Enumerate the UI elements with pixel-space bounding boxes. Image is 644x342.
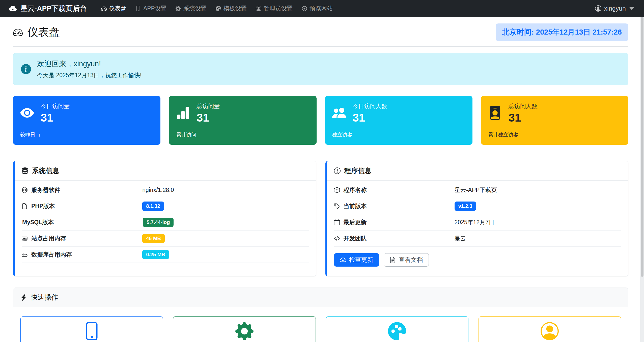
user-menu[interactable]: xingyun xyxy=(595,5,635,12)
info-label: 服务器软件 xyxy=(22,186,142,194)
info-label-text: 程序名称 xyxy=(344,186,367,194)
brand-label: 星云-APP下载页后台 xyxy=(20,4,87,13)
eye-icon xyxy=(20,106,34,120)
stat-value: 31 xyxy=(353,112,387,123)
nav-item-admin-settings[interactable]: 管理员设置 xyxy=(253,2,296,15)
info-label: PHP版本 xyxy=(22,202,142,210)
info-row-dev-team: 开发团队 星云 xyxy=(334,231,621,247)
view-docs-button[interactable]: 查看文档 xyxy=(384,253,429,267)
stat-card-text: 今日访问量 31 xyxy=(41,102,70,123)
nav-label: 预览网站 xyxy=(310,5,333,12)
info-row-mysql-version: MySQL版本 5.7.44-log xyxy=(22,214,309,231)
user-name: xingyun xyxy=(604,5,626,12)
stat-value: 31 xyxy=(509,112,538,123)
info-label: 最后更新 xyxy=(334,218,455,226)
quick-card-admin-settings[interactable]: 管理员设置 xyxy=(479,316,621,342)
welcome-message: 今天是 2025年12月13日，祝您工作愉快! xyxy=(37,71,142,79)
person-badge-icon xyxy=(488,106,502,120)
info-circle-fill-icon xyxy=(21,64,31,74)
welcome-heading: 欢迎回来，xingyun! xyxy=(37,59,142,69)
info-value: 星云 xyxy=(455,235,466,242)
quick-actions-title: 快速操作 xyxy=(31,293,58,302)
quick-card-template-settings[interactable]: 模板设置 xyxy=(326,316,468,342)
system-info-body: 服务器软件 nginx/1.28.0 PHP版本 8.1.32 MySQL版本 … xyxy=(15,181,316,269)
info-row-db-memory: 数据库占用内存 0.25 MB xyxy=(22,247,309,263)
program-info-body: 程序名称 星云-APP下载页 当前版本 v1.2.3 最后更新 xyxy=(327,181,628,273)
info-panels-row: 系统信息 服务器软件 nginx/1.28.0 PHP版本 8.1.32 xyxy=(13,161,628,276)
version-badge: v1.2.3 xyxy=(455,202,476,211)
quick-card-system-settings[interactable]: 系统设置 xyxy=(173,316,316,342)
cpu-icon xyxy=(22,187,27,193)
palette-icon xyxy=(216,6,221,11)
stat-card-today-visitors: 今日访问人数 31 独立访客 xyxy=(325,96,472,145)
program-info-panel: 程序信息 程序名称 星云-APP下载页 当前版本 v1.2.3 xyxy=(325,161,629,276)
info-label-text: 站点占用内存 xyxy=(31,235,66,242)
scrollbar-thumb[interactable] xyxy=(641,17,643,277)
check-update-button[interactable]: 检查更新 xyxy=(334,253,379,267)
panel-title: 系统信息 xyxy=(32,166,59,175)
info-label-text: 最后更新 xyxy=(344,218,367,226)
stat-card-text: 总访问量 31 xyxy=(197,102,220,123)
php-file-icon xyxy=(22,203,27,209)
calendar-icon xyxy=(334,219,340,225)
people-icon xyxy=(332,106,346,120)
file-text-icon xyxy=(389,257,396,263)
db-memory-badge: 0.25 MB xyxy=(142,250,169,259)
vertical-scrollbar[interactable] xyxy=(640,17,644,342)
mysql-version-badge: 5.7.44-log xyxy=(143,218,174,227)
hdd-icon xyxy=(22,252,27,258)
nav-label: 仪表盘 xyxy=(109,5,126,12)
info-value: 8.1.32 xyxy=(142,202,164,211)
cloud-download-icon xyxy=(340,257,346,263)
info-label-text: 开发团队 xyxy=(344,235,367,242)
stat-card-today-views: 今日访问量 31 较昨日: ↑ xyxy=(13,96,160,145)
stat-card-total-views: 总访问量 31 累计访问 xyxy=(169,96,316,145)
stat-card-top: 总访问人数 31 xyxy=(488,102,621,123)
nav-item-template-settings[interactable]: 模板设置 xyxy=(212,2,250,15)
info-row-last-update: 最后更新 2025年12月7日 xyxy=(334,214,621,231)
stat-card-top: 总访问量 31 xyxy=(176,102,309,123)
person-circle-icon xyxy=(595,5,601,12)
info-row-php-version: PHP版本 8.1.32 xyxy=(22,198,309,214)
app-brand[interactable]: 星云-APP下载页后台 xyxy=(9,4,87,13)
stat-value: 31 xyxy=(41,112,70,123)
stat-footer: 较昨日: ↑ xyxy=(20,131,153,138)
nav-item-preview-site[interactable]: 预览网站 xyxy=(298,2,336,15)
stat-title: 今日访问人数 xyxy=(353,102,387,110)
top-navbar: 星云-APP下载页后台 仪表盘 APP设置 系统设置 模板设置 管理员设置 预览… xyxy=(0,0,644,17)
main-content: 仪表盘 北京时间: 2025年12月13日 21:57:26 欢迎回来，xing… xyxy=(13,23,628,342)
nav-item-system-settings[interactable]: 系统设置 xyxy=(172,2,210,15)
stat-footer: 累计独立访客 xyxy=(488,131,621,138)
nav-item-app-settings[interactable]: APP设置 xyxy=(132,2,170,15)
page-header: 仪表盘 北京时间: 2025年12月13日 21:57:26 xyxy=(13,23,628,41)
nav-item-dashboard[interactable]: 仪表盘 xyxy=(98,2,130,15)
nav-label: APP设置 xyxy=(143,5,166,12)
caret-down-icon xyxy=(629,5,635,12)
stat-cards-row: 今日访问量 31 较昨日: ↑ 总访问量 31 累计访问 今日访问人数 xyxy=(13,96,628,145)
person-circle-icon xyxy=(256,6,261,11)
main-nav: 仪表盘 APP设置 系统设置 模板设置 管理员设置 预览网站 xyxy=(98,2,595,15)
cloud-download-icon xyxy=(9,5,17,12)
info-row-current-version: 当前版本 v1.2.3 xyxy=(334,198,621,214)
info-label: 数据库占用内存 xyxy=(22,251,142,259)
info-label: 当前版本 xyxy=(334,202,455,210)
info-label-text: MySQL版本 xyxy=(22,218,54,226)
phone-icon xyxy=(83,322,101,340)
panel-title: 程序信息 xyxy=(344,166,372,175)
speedometer-icon xyxy=(101,6,107,11)
gear-icon xyxy=(235,322,254,340)
info-value: nginx/1.28.0 xyxy=(142,187,174,193)
welcome-alert: 欢迎回来，xingyun! 今天是 2025年12月13日，祝您工作愉快! xyxy=(13,53,628,85)
button-label: 检查更新 xyxy=(349,256,373,264)
info-label-text: 当前版本 xyxy=(344,202,367,210)
info-value: 星云-APP下载页 xyxy=(455,186,497,194)
quick-actions-body: APP设置 系统设置 模板设置 管理员设置 xyxy=(13,307,628,342)
info-row-server-software: 服务器软件 nginx/1.28.0 xyxy=(22,182,309,198)
server-icon xyxy=(22,167,28,174)
quick-card-app-settings[interactable]: APP设置 xyxy=(20,316,163,342)
palette-icon xyxy=(388,322,406,340)
program-info-buttons: 检查更新 查看文档 xyxy=(334,247,621,267)
gear-icon xyxy=(176,6,181,11)
program-info-header: 程序信息 xyxy=(327,161,628,181)
bar-chart-icon xyxy=(176,106,190,120)
